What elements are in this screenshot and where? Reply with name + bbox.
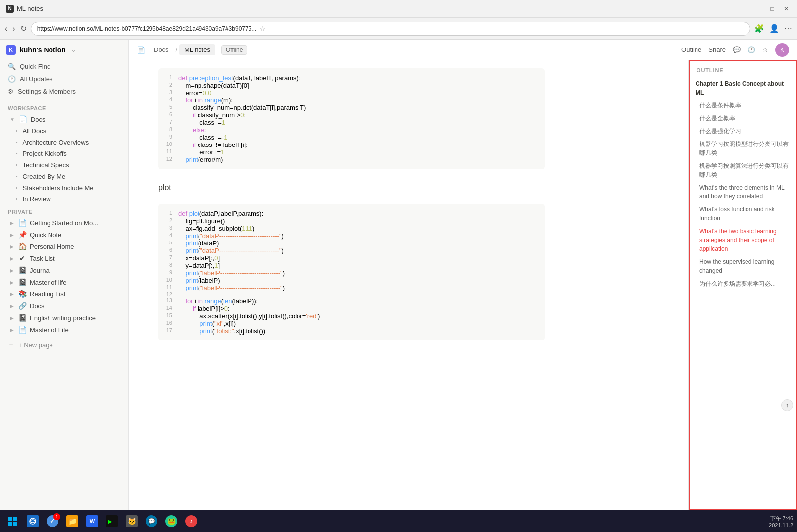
- breadcrumb-docs[interactable]: Docs: [149, 44, 174, 55]
- extensions-icon[interactable]: 🧩: [754, 24, 764, 33]
- sidebar-item-created-me[interactable]: • Created By Me: [2, 171, 126, 182]
- sidebar-item-arch[interactable]: • Architecture Overviews: [2, 137, 126, 148]
- outline-item-5[interactable]: 机器学习按照算法进行分类可以有哪几类: [689, 159, 797, 181]
- sidebar-item-master-life[interactable]: ▶ 📓 Master of life: [2, 276, 126, 288]
- taskbar-app-3[interactable]: 📁: [63, 512, 81, 530]
- link-icon: 🔗: [18, 302, 27, 310]
- sidebar-item-personal-home[interactable]: ▶ 🏠 Personal Home: [2, 241, 126, 252]
- code-block-2: 1 def plot(dataP,labelP,params): 2 fig=p…: [158, 204, 545, 340]
- outline-btn[interactable]: Outline: [681, 46, 701, 53]
- taskbar-app-5[interactable]: ▶_: [103, 512, 121, 530]
- outline-item-strategies[interactable]: What's the two basic learning strategies…: [689, 225, 797, 255]
- line-num: 9: [158, 134, 178, 141]
- music-icon: ♪: [185, 515, 197, 527]
- profile-icon[interactable]: 👤: [769, 24, 779, 33]
- taskbar-generic-icon: 🐱: [126, 515, 138, 527]
- taskbar-app-1[interactable]: [24, 512, 42, 530]
- code-line: if classify_num >0:: [178, 111, 545, 119]
- code-line: else:: [178, 126, 545, 134]
- sidebar-item-stakeholders[interactable]: • Stakeholders Include Me: [2, 182, 126, 193]
- app-container: K kuhn's Notion ⌄ 🔍 Quick Find 🕐 All Upd…: [0, 40, 797, 510]
- bookmark-icon[interactable]: ☆: [762, 46, 768, 53]
- address-input[interactable]: https://www.notion.so/ML-notes-b0777fc12…: [31, 22, 750, 36]
- sidebar-item-getting-started[interactable]: ▶ 📄 Getting Started on Mo...: [2, 217, 126, 229]
- line-num: 1: [158, 74, 178, 82]
- arrow-icon: ▶: [10, 256, 14, 261]
- journal-label: Journal: [30, 267, 51, 274]
- share-btn[interactable]: Share: [708, 46, 726, 53]
- user-avatar[interactable]: K: [775, 43, 789, 57]
- scroll-to-top-button[interactable]: ↑: [781, 399, 793, 411]
- code-line: error=0.0: [178, 89, 545, 97]
- outline-item-supervised[interactable]: How the supervised learning changed: [689, 255, 797, 277]
- sidebar-item-docs-private[interactable]: ▶ 🔗 Docs: [2, 300, 126, 312]
- line-num: 2: [158, 217, 178, 225]
- workspace-chevron[interactable]: ⌄: [71, 46, 76, 53]
- taskbar-app-2[interactable]: ✓ 1: [44, 512, 61, 530]
- sidebar-item-in-review[interactable]: • In Review: [2, 193, 126, 205]
- line-num: 15: [158, 312, 178, 320]
- sidebar-item-docs[interactable]: ▼ 📄 Docs: [2, 113, 126, 125]
- sidebar-item-english[interactable]: ▶ 📓 English writing practice: [2, 312, 126, 324]
- line-num: 8: [158, 126, 178, 134]
- sidebar-item-tech-specs[interactable]: • Technical Specs: [2, 159, 126, 171]
- sidebar-item-kickoffs[interactable]: • Project Kickoffs: [2, 148, 126, 159]
- line-num: 12: [158, 156, 178, 163]
- back-icon[interactable]: ‹: [5, 24, 7, 33]
- code-line: for i in range(m):: [178, 97, 545, 104]
- code-table-1: 1 def preception_test(dataT, labelT, par…: [158, 74, 545, 163]
- kickoffs-label: Project Kickoffs: [23, 150, 67, 157]
- line-num: 11: [158, 148, 178, 156]
- svg-point-4: [30, 518, 36, 524]
- comment-icon[interactable]: 💬: [733, 46, 741, 53]
- refresh-icon[interactable]: ↻: [20, 24, 27, 33]
- all-updates-item[interactable]: 🕐 All Updates: [4, 73, 124, 85]
- line-num: 12: [158, 291, 178, 297]
- outline-item-6[interactable]: What's the three elements in ML and how …: [689, 181, 797, 203]
- arrow-icon: ▶: [10, 280, 14, 285]
- new-page-button[interactable]: ＋ + New page: [0, 338, 128, 352]
- line-num: 16: [158, 320, 178, 327]
- table-row: 2 m=np.shape(dataT)[0]: [158, 82, 545, 89]
- code-line: print(error/m): [178, 156, 545, 163]
- outline-item-2[interactable]: 什么是全概率: [689, 112, 797, 125]
- table-row: 10 if class_!= labelT[i]:: [158, 141, 545, 148]
- maximize-button[interactable]: □: [767, 4, 777, 14]
- new-page-label: + New page: [18, 341, 53, 349]
- outline-item-3[interactable]: 什么是强化学习: [689, 125, 797, 138]
- star-icon[interactable]: ☆: [259, 25, 266, 33]
- table-row: 4 for i in range(m):: [158, 97, 545, 104]
- outline-item-last[interactable]: 为什么许多场需要求学习必...: [689, 277, 797, 290]
- start-button[interactable]: [4, 512, 22, 530]
- outline-item-4[interactable]: 机器学习按照模型进行分类可以有哪几类: [689, 138, 797, 159]
- breadcrumb-ml-notes[interactable]: ML notes: [179, 44, 215, 55]
- taskbar-app-8[interactable]: 🐸: [162, 512, 180, 530]
- sidebar-item-all-docs[interactable]: • All Docs: [2, 125, 126, 137]
- sidebar-item-reading-list[interactable]: ▶ 📚 Reading List: [2, 288, 126, 300]
- code-line: print("labelP---------------------------…: [178, 269, 545, 277]
- history-icon[interactable]: 🕐: [747, 46, 755, 53]
- taskbar-app-4[interactable]: W: [83, 512, 101, 530]
- sidebar-item-journal[interactable]: ▶ 📓 Journal: [2, 264, 126, 276]
- close-button[interactable]: ✕: [781, 4, 791, 14]
- table-row: 6 if classify_num >0:: [158, 111, 545, 119]
- table-row: 9 print("labelP-------------------------…: [158, 269, 545, 277]
- sidebar-item-quick-note[interactable]: ▶ 📌 Quick Note: [2, 229, 126, 241]
- pin-icon: 📌: [18, 231, 27, 239]
- forward-icon[interactable]: ›: [12, 24, 15, 33]
- taskbar-right: 下午 7:46 2021.11.2: [769, 515, 793, 528]
- minimize-button[interactable]: ─: [753, 4, 763, 14]
- quick-find-item[interactable]: 🔍 Quick Find: [4, 60, 124, 73]
- sidebar-item-task-list[interactable]: ▶ ✔ Task List: [2, 252, 126, 264]
- outline-item-1[interactable]: 什么是条件概率: [689, 99, 797, 112]
- getting-started-label: Getting Started on Mo...: [30, 219, 98, 227]
- menu-icon[interactable]: ⋯: [784, 24, 792, 33]
- settings-item[interactable]: ⚙ Settings & Members: [4, 85, 124, 97]
- taskbar-app-7[interactable]: 💬: [143, 512, 160, 530]
- outline-item-loss[interactable]: What's loss function and risk function: [689, 203, 797, 225]
- taskbar-app-6[interactable]: 🐱: [123, 512, 141, 530]
- taskbar-app-9[interactable]: ♪: [182, 512, 200, 530]
- sidebar-item-master-life2[interactable]: ▶ 📄 Master of Life: [2, 324, 126, 336]
- outline-item-chapter1[interactable]: Chapter 1 Basic Concept about ML: [689, 77, 797, 99]
- browser-title: N ML notes: [6, 5, 43, 13]
